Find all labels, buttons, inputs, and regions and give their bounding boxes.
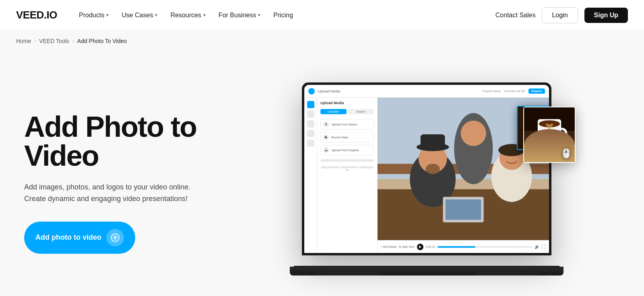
- breadcrumb: Home › VEED Tools › Add Photo To Video: [0, 31, 644, 48]
- svg-point-11: [461, 121, 486, 146]
- add-media-btn[interactable]: + Add Media: [381, 245, 396, 248]
- chevron-down-icon: ▾: [203, 12, 206, 18]
- svg-point-30: [539, 147, 547, 152]
- dropbox-icon: ☁: [323, 147, 329, 153]
- hero-subtitle: Add images, photos, and logos to your vi…: [24, 181, 193, 205]
- left-panel: Add Photo to Video Add images, photos, a…: [24, 104, 225, 254]
- split-view-btn[interactable]: ⊞ Split View: [399, 245, 415, 249]
- play-button[interactable]: ▶: [417, 244, 423, 250]
- sidebar-icon-upload[interactable]: [307, 101, 314, 108]
- chevron-down-icon: ▾: [106, 12, 109, 18]
- upload-panel: Upload Media Uploader Search ⬆ Upload Fr…: [317, 98, 378, 253]
- nav-item-products[interactable]: Products ▾: [73, 8, 114, 22]
- chevron-down-icon: ▾: [258, 12, 260, 18]
- svg-rect-8: [421, 134, 445, 148]
- sidebar-icon-text[interactable]: [307, 111, 314, 118]
- nav-right: Contact Sales Login Sign Up: [495, 7, 628, 23]
- progress-fill: [438, 246, 475, 248]
- breadcrumb-home[interactable]: Home: [16, 38, 31, 44]
- nav-links: Products ▾ Use Cases ▾ Resources ▾ For B…: [73, 8, 495, 22]
- breadcrumb-separator: ›: [72, 38, 74, 44]
- cta-button[interactable]: Add photo to video: [24, 222, 135, 254]
- sidebar-icon-audio[interactable]: [307, 130, 314, 137]
- app-interface: Upload Media Projects Name YouTube Full …: [304, 85, 549, 253]
- chevron-down-icon: ▾: [155, 12, 157, 18]
- upload-device-row[interactable]: ⬆ Upload From Device: [320, 119, 374, 130]
- nav-item-for-business[interactable]: For Business ▾: [213, 8, 266, 22]
- contact-sales-link[interactable]: Contact Sales: [495, 12, 536, 19]
- upload-hint: Drag and drop or click Browse to upload …: [320, 166, 374, 171]
- app-topbar: Upload Media Projects Name YouTube Full …: [304, 85, 549, 98]
- panel-heading: Upload Media: [320, 101, 374, 105]
- project-name: Projects Name: [482, 90, 501, 92]
- brand-logo[interactable]: VEED.IO: [16, 9, 57, 21]
- cursor-icon: 🖱️: [561, 148, 572, 159]
- volume-icon[interactable]: 🔊: [535, 245, 539, 249]
- right-panel: Upload Media Projects Name YouTube Full …: [225, 62, 628, 296]
- tab-uploader[interactable]: Uploader: [320, 109, 347, 114]
- hero-title: Add Photo to Video: [24, 112, 225, 170]
- app-logo-dot: [308, 88, 315, 95]
- svg-rect-16: [446, 199, 481, 220]
- resolution-label: YouTube Full HD: [504, 90, 525, 92]
- main-content: Add Photo to Video Add images, photos, a…: [0, 48, 644, 296]
- floating-coffee-photo: 🖱️: [523, 107, 576, 163]
- sidebar-icon-elements[interactable]: [307, 120, 314, 127]
- device-icon: ⬆: [323, 121, 329, 127]
- progress-bar[interactable]: [438, 246, 532, 248]
- playback-time: 0:02:11: [426, 245, 435, 248]
- tab-search[interactable]: Search: [348, 109, 374, 114]
- breadcrumb-veed-tools[interactable]: VEED Tools: [39, 38, 69, 44]
- nav-item-resources[interactable]: Resources ▾: [165, 8, 211, 22]
- laptop-foot-right: [475, 271, 539, 275]
- navbar: VEED.IO Products ▾ Use Cases ▾ Resources…: [0, 0, 644, 31]
- export-button[interactable]: Export: [528, 88, 545, 94]
- nav-item-use-cases[interactable]: Use Cases ▾: [116, 8, 163, 22]
- panel-tabs: Uploader Search: [320, 109, 374, 114]
- sidebar-icon-filters[interactable]: [307, 140, 314, 147]
- svg-point-31: [545, 149, 553, 153]
- app-body: Upload Media Uploader Search ⬆ Upload Fr…: [304, 98, 549, 253]
- cta-button-label: Add photo to video: [35, 233, 101, 242]
- url-input-bar[interactable]: [320, 159, 374, 162]
- record-icon: ⏺: [323, 134, 329, 140]
- breadcrumb-separator: ›: [34, 38, 36, 44]
- breadcrumb-current: Add Photo To Video: [77, 38, 127, 44]
- signup-button[interactable]: Sign Up: [584, 8, 628, 23]
- svg-point-9: [425, 164, 440, 174]
- laptop-mockup: Upload Media Projects Name YouTube Full …: [290, 82, 564, 275]
- laptop-screen: Upload Media Projects Name YouTube Full …: [302, 82, 551, 255]
- dropbox-row[interactable]: ☁ Upload From Dropbox: [320, 145, 374, 155]
- record-video-row[interactable]: ⏺ Record Video: [320, 132, 374, 142]
- nav-item-pricing[interactable]: Pricing: [268, 8, 299, 22]
- app-sidebar: [304, 98, 317, 253]
- upload-icon: [106, 229, 124, 247]
- app-panel-title: Upload Media: [318, 89, 341, 93]
- laptop-foot-left: [314, 271, 378, 275]
- svg-point-32: [552, 147, 560, 152]
- login-button[interactable]: Login: [542, 7, 578, 23]
- timeline-bar: + Add Media ⊞ Split View ▶ 0:02:11 🔊 ⛶: [378, 240, 549, 253]
- fullscreen-icon[interactable]: ⛶: [542, 245, 546, 249]
